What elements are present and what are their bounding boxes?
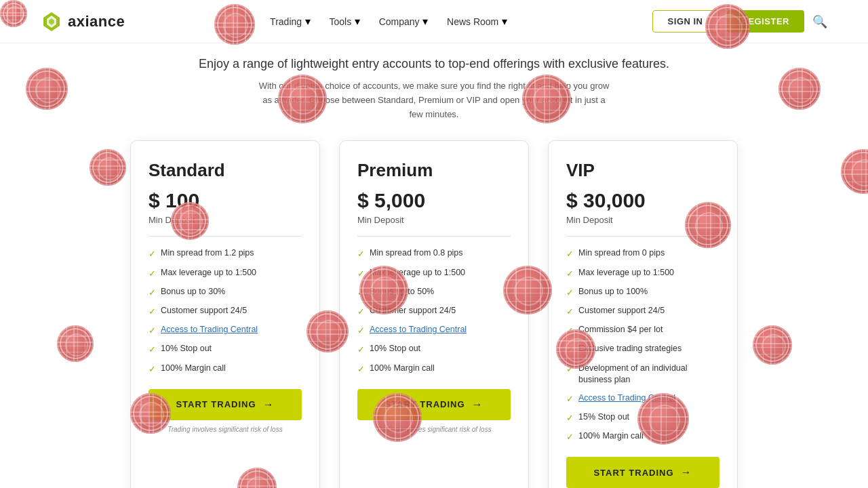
logo-text: axiance — [68, 13, 125, 30]
check-icon: ✓ — [357, 306, 365, 318]
feature-text: Customer support 24/5 — [578, 305, 665, 317]
nav-tools[interactable]: Tools ▾ — [330, 15, 360, 28]
feature-text: 100% Margin call — [578, 430, 644, 443]
start-trading-label: START TRADING — [176, 399, 256, 409]
check-icon: ✓ — [149, 344, 156, 356]
card-standard-min-deposit: Min Deposit — [149, 215, 302, 225]
hero-subtitle: Enjoy a range of lightweight entry accou… — [41, 57, 827, 71]
search-button[interactable]: 🔍 — [812, 14, 827, 29]
feature-text: Bonus up to 100% — [578, 286, 648, 298]
feature-text: Customer support 24/5 — [161, 305, 247, 317]
check-icon: ✓ — [566, 268, 574, 280]
card-standard-price: $ 100 — [149, 189, 302, 212]
feature-text: Customer support 24/5 — [370, 305, 456, 317]
feature-text: Max leverage up to 1:500 — [578, 267, 674, 279]
check-icon: ✓ — [149, 363, 156, 375]
feature-text: Commission $4 per lot — [578, 324, 663, 336]
card-standard: Standard$ 100Min Deposit✓Min spread from… — [130, 140, 320, 488]
feature-text: 15% Stop out — [578, 411, 629, 424]
check-icon: ✓ — [566, 344, 574, 356]
check-icon: ✓ — [566, 325, 574, 337]
list-item: ✓Access to Trading Central — [149, 324, 302, 337]
list-item: ✓Customer support 24/5 — [149, 305, 302, 318]
list-item: ✓Access to Trading Central — [566, 392, 719, 405]
start-trading-button-vip[interactable]: START TRADING→ — [566, 457, 719, 488]
trading-central-link[interactable]: Access to Trading Central — [578, 392, 675, 405]
card-premium-title: Premium — [357, 160, 511, 181]
check-icon: ✓ — [357, 344, 365, 356]
list-item: ✓Min spread from 0.8 pips — [357, 247, 511, 260]
check-icon: ✓ — [357, 248, 365, 260]
feature-text: Min spread from 0.8 pips — [370, 247, 463, 260]
feature-text: Bonus up to 30% — [161, 286, 225, 298]
signin-button[interactable]: SIGN IN — [652, 10, 719, 33]
start-trading-button-premium[interactable]: START TRADING→ — [357, 389, 511, 420]
card-vip-title: VIP — [566, 160, 719, 181]
card-standard-features: ✓Min spread from 1.2 pips✓Max leverage u… — [149, 247, 302, 375]
list-item: ✓Customer support 24/5 — [357, 305, 511, 318]
card-vip-min-deposit: Min Deposit — [566, 215, 719, 225]
feature-text: 10% Stop out — [161, 343, 212, 355]
list-item: ✓10% Stop out — [357, 343, 511, 356]
check-icon: ✓ — [566, 393, 574, 405]
list-item: ✓Customer support 24/5 — [566, 305, 719, 318]
list-item: ✓100% Margin call — [149, 363, 302, 375]
card-vip-price: $ 30,000 — [566, 189, 719, 212]
list-item: ✓100% Margin call — [357, 363, 511, 375]
list-item: ✓Max leverage up to 1:500 — [149, 267, 302, 280]
check-icon: ✓ — [357, 363, 365, 375]
feature-text: Bonus up to 50% — [370, 286, 434, 298]
feature-text: Min spread from 0 pips — [578, 247, 665, 260]
nav-trading[interactable]: Trading ▾ — [270, 15, 310, 28]
card-vip-divider — [566, 236, 719, 237]
list-item: ✓Max leverage up to 1:500 — [566, 267, 719, 280]
axiance-logo-icon — [41, 11, 62, 33]
feature-text: Max leverage up to 1:500 — [161, 267, 256, 279]
nav-company[interactable]: Company ▾ — [379, 15, 428, 28]
card-premium-features: ✓Min spread from 0.8 pips✓Max leverage u… — [357, 247, 511, 375]
check-icon: ✓ — [149, 268, 156, 280]
arrow-icon: → — [681, 466, 692, 479]
trading-central-link[interactable]: Access to Trading Central — [161, 324, 258, 336]
card-standard-divider — [149, 236, 302, 237]
check-icon: ✓ — [566, 412, 574, 424]
arrow-icon: → — [263, 399, 275, 411]
feature-text: 100% Margin call — [370, 363, 435, 375]
list-item: ✓10% Stop out — [149, 343, 302, 356]
pricing-cards: Standard$ 100Min Deposit✓Min spread from… — [0, 128, 868, 488]
card-premium: Premium$ 5,000Min Deposit✓Min spread fro… — [339, 140, 529, 488]
feature-text: 100% Margin call — [161, 363, 226, 375]
list-item: ✓Min spread from 0 pips — [566, 247, 719, 260]
hero-section: Enjoy a range of lightweight entry accou… — [0, 43, 868, 128]
list-item: ✓Development of an individual business p… — [566, 363, 719, 386]
card-premium-min-deposit: Min Deposit — [357, 215, 511, 225]
check-icon: ✓ — [566, 248, 574, 260]
nav-links: Trading ▾ Tools ▾ Company ▾ News Room ▾ — [270, 15, 507, 28]
logo[interactable]: axiance — [41, 11, 125, 33]
check-icon: ✓ — [357, 287, 365, 299]
list-item: ✓15% Stop out — [566, 411, 719, 424]
start-trading-label: START TRADING — [384, 399, 465, 409]
feature-text: Development of an individual business pl… — [578, 363, 719, 386]
check-icon: ✓ — [357, 268, 365, 280]
check-icon: ✓ — [149, 248, 156, 260]
list-item: ✓Access to Trading Central — [357, 324, 511, 337]
register-button[interactable]: REGISTER — [727, 10, 804, 33]
list-item: ✓Exclusive trading strategies — [566, 343, 719, 356]
list-item: ✓100% Margin call — [566, 430, 719, 443]
trading-central-link[interactable]: Access to Trading Central — [370, 324, 467, 336]
check-icon: ✓ — [566, 363, 574, 375]
nav-actions: SIGN IN REGISTER 🔍 — [652, 10, 827, 33]
card-vip: VIP$ 30,000Min Deposit✓Min spread from 0… — [548, 140, 738, 488]
check-icon: ✓ — [566, 431, 574, 443]
check-icon: ✓ — [149, 287, 156, 299]
nav-newsroom[interactable]: News Room ▾ — [447, 15, 507, 28]
card-vip-features: ✓Min spread from 0 pips✓Max leverage up … — [566, 247, 719, 443]
check-icon: ✓ — [566, 306, 574, 318]
start-trading-button-standard[interactable]: START TRADING→ — [149, 389, 302, 420]
list-item: ✓Bonus up to 100% — [566, 286, 719, 299]
check-icon: ✓ — [149, 306, 156, 318]
feature-text: Max leverage up to 1:500 — [370, 267, 465, 279]
navbar: axiance Trading ▾ Tools ▾ Company ▾ News… — [0, 0, 868, 43]
feature-text: Exclusive trading strategies — [578, 343, 682, 355]
